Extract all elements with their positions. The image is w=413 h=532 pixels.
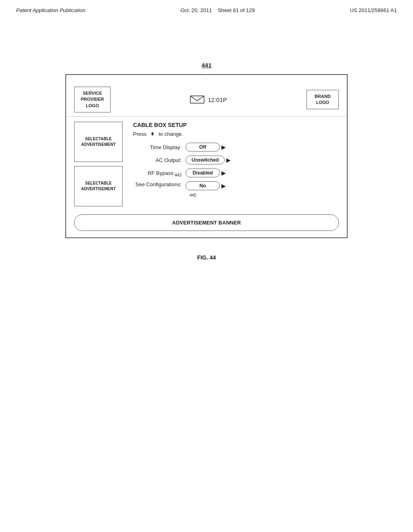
selectable-ad-1: SELECTABLEADVERTISEMENT: [74, 122, 123, 162]
see-config-value-group: No ▶: [186, 181, 225, 190]
figure-label-441: 441: [201, 62, 211, 69]
setup-title: CABLE BOX SETUP: [133, 122, 339, 128]
page-header: Patent Application Publication Oct. 20, …: [0, 0, 413, 13]
selectable-ad-2: SELECTABLEADVERTISEMENT: [74, 166, 123, 206]
envelope-icon: [190, 95, 204, 104]
header-publication-label: Patent Application Publication: [16, 7, 86, 13]
see-config-value-area: No ▶ 445: [186, 181, 225, 198]
rf-bypass-value: Disabled: [186, 168, 220, 177]
see-config-label: See Configurations:: [133, 181, 186, 187]
header-date-sheet: Oct. 20, 2011 Sheet 61 of 129: [180, 7, 254, 13]
ad-banner: ADVERTISEMENT BANNER: [74, 214, 339, 231]
rf-bypass-label: RF Bypass:443: [133, 170, 186, 176]
top-row: SERVICEPROVIDERLOGO 12:01P BRANDLOGO: [66, 81, 347, 117]
screen-dot: ·: [66, 75, 347, 81]
clock-display: 12:01P: [208, 96, 227, 103]
settings-table: Time Display: Off ▶ AC Output: Unswitche…: [133, 143, 339, 198]
press-post-label: to change.: [159, 131, 183, 137]
see-config-value: No: [186, 181, 220, 190]
service-provider-logo: SERVICEPROVIDERLOGO: [74, 87, 111, 112]
setting-row-time-display: Time Display: Off ▶: [133, 143, 339, 152]
setting-row-see-config: See Configurations: No ▶ 445: [133, 181, 339, 198]
annotation-443: 443: [175, 173, 181, 177]
main-content: 441 · SERVICEPROVIDERLOGO 12:01P BRANDLO…: [0, 13, 413, 261]
header-sheet: Sheet 61 of 129: [218, 7, 255, 13]
time-display-label: Time Display:: [133, 144, 186, 150]
setup-area: CABLE BOX SETUP Press to change. Time Di…: [129, 122, 339, 206]
ac-output-value: Unswitched: [186, 156, 225, 164]
fig-caption: FIG. 44: [197, 254, 216, 261]
setting-row-rf-bypass: RF Bypass:443 Disabled ▶: [133, 168, 339, 177]
content-area: SELECTABLEADVERTISEMENT SELECTABLEADVERT…: [66, 117, 347, 210]
press-label: Press: [133, 131, 146, 137]
annotation-445: 445: [190, 193, 196, 197]
rf-bypass-value-group: Disabled ▶: [186, 168, 225, 177]
clock-area: 12:01P: [190, 95, 227, 104]
ac-output-arrow: ▶: [226, 157, 230, 163]
header-patent-number: US 2011/258661 A1: [350, 7, 397, 13]
setting-row-ac-output: AC Output: Unswitched ▶: [133, 156, 339, 164]
press-instruction: Press to change.: [133, 131, 339, 137]
screen-mockup: · SERVICEPROVIDERLOGO 12:01P BRANDLOGO: [65, 74, 348, 238]
time-display-arrow: ▶: [221, 144, 225, 150]
see-config-arrow: ▶: [221, 183, 225, 189]
lr-arrow-icon: [148, 131, 157, 137]
brand-logo: BRANDLOGO: [307, 90, 339, 110]
ac-output-value-group: Unswitched ▶: [186, 156, 230, 164]
time-display-value-group: Off ▶: [186, 143, 225, 152]
time-display-value: Off: [186, 143, 220, 152]
left-ads-column: SELECTABLEADVERTISEMENT SELECTABLEADVERT…: [74, 122, 123, 206]
rf-bypass-arrow: ▶: [221, 170, 225, 176]
ac-output-label: AC Output:: [133, 157, 186, 163]
ad-banner-row: ADVERTISEMENT BANNER: [66, 210, 347, 237]
header-date: Oct. 20, 2011: [180, 7, 212, 13]
